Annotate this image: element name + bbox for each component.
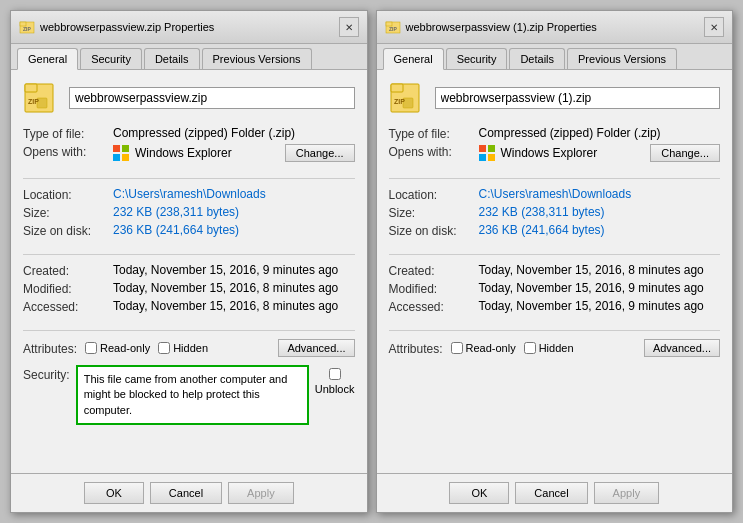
dialog-2: ZIP webbrowserpassview (1).zip Propertie… <box>376 10 734 513</box>
location-value-1: C:\Users\ramesh\Downloads <box>113 187 355 202</box>
tabs-1: General Security Details Previous Versio… <box>11 44 367 70</box>
modified-value-1: Today, November 15, 2016, 8 minutes ago <box>113 281 355 296</box>
info-grid-2c: Created: Today, November 15, 2016, 8 min… <box>389 263 721 314</box>
svg-rect-9 <box>113 154 120 161</box>
close-button-1[interactable]: ✕ <box>339 17 359 37</box>
windows-explorer-icon-2 <box>479 145 495 161</box>
tab-general-2[interactable]: General <box>383 48 444 70</box>
created-label-1: Created: <box>23 263 113 278</box>
size-label-2: Size: <box>389 205 479 220</box>
file-type-label-2: Type of file: <box>389 126 479 141</box>
size-on-disk-label-1: Size on disk: <box>23 223 113 238</box>
close-button-2[interactable]: ✕ <box>704 17 724 37</box>
hidden-checkbox-1[interactable] <box>158 342 170 354</box>
svg-rect-20 <box>479 154 486 161</box>
size-on-disk-value-2: 236 KB (241,664 bytes) <box>479 223 721 238</box>
hidden-checkbox-2[interactable] <box>524 342 536 354</box>
apply-button-2[interactable]: Apply <box>594 482 660 504</box>
modified-value-2: Today, November 15, 2016, 9 minutes ago <box>479 281 721 296</box>
security-label-1: Security: <box>23 365 70 382</box>
filename-input-2[interactable] <box>435 87 721 109</box>
ok-button-2[interactable]: OK <box>449 482 509 504</box>
title-text-2: webbrowserpassview (1).zip Properties <box>406 21 597 33</box>
attributes-label-2: Attributes: <box>389 341 443 356</box>
opens-with-label-1: Opens with: <box>23 144 113 162</box>
title-text-1: webbrowserpassview.zip Properties <box>40 21 214 33</box>
attributes-label-1: Attributes: <box>23 341 77 356</box>
cancel-button-2[interactable]: Cancel <box>515 482 587 504</box>
divider-2c <box>389 330 721 331</box>
unblock-checkbox-1[interactable] <box>329 368 341 380</box>
tab-security-2[interactable]: Security <box>446 48 508 69</box>
title-bar-2: ZIP webbrowserpassview (1).zip Propertie… <box>377 11 733 44</box>
svg-rect-10 <box>122 154 129 161</box>
spacer-2 <box>389 363 721 463</box>
location-value-2: C:\Users\ramesh\Downloads <box>479 187 721 202</box>
hidden-check-2[interactable]: Hidden <box>524 342 574 354</box>
cancel-button-1[interactable]: Cancel <box>150 482 222 504</box>
hidden-label-2: Hidden <box>539 342 574 354</box>
opens-with-value-2: Windows Explorer <box>501 146 598 160</box>
readonly-checkbox-2[interactable] <box>451 342 463 354</box>
location-label-2: Location: <box>389 187 479 202</box>
readonly-check-2[interactable]: Read-only <box>451 342 516 354</box>
hidden-check-1[interactable]: Hidden <box>158 342 208 354</box>
tab-details-2[interactable]: Details <box>509 48 565 69</box>
change-button-2[interactable]: Change... <box>650 144 720 162</box>
tab-previous-versions-2[interactable]: Previous Versions <box>567 48 677 69</box>
hidden-label-1: Hidden <box>173 342 208 354</box>
readonly-label-2: Read-only <box>466 342 516 354</box>
divider-1b <box>23 254 355 255</box>
security-box-1: This file came from another computer and… <box>76 365 309 425</box>
apply-button-1[interactable]: Apply <box>228 482 294 504</box>
advanced-button-2[interactable]: Advanced... <box>644 339 720 357</box>
accessed-label-1: Accessed: <box>23 299 113 314</box>
security-row-1: Security: This file came from another co… <box>23 365 355 425</box>
attrs-row-1: Attributes: Read-only Hidden Advanced... <box>23 339 355 357</box>
divider-2b <box>389 254 721 255</box>
modified-label-1: Modified: <box>23 281 113 296</box>
tab-general-1[interactable]: General <box>17 48 78 70</box>
svg-rect-21 <box>488 154 495 161</box>
svg-text:ZIP: ZIP <box>389 26 397 32</box>
readonly-check-1[interactable]: Read-only <box>85 342 150 354</box>
location-label-1: Location: <box>23 187 113 202</box>
change-button-1[interactable]: Change... <box>285 144 355 162</box>
divider-1c <box>23 330 355 331</box>
content-1: ZIP Type of file: Compressed (zipped) Fo… <box>11 70 367 473</box>
title-bar-1: ZIP webbrowserpassview.zip Properties ✕ <box>11 11 367 44</box>
tab-details-1[interactable]: Details <box>144 48 200 69</box>
content-2: ZIP Type of file: Compressed (zipped) Fo… <box>377 70 733 473</box>
created-value-2: Today, November 15, 2016, 8 minutes ago <box>479 263 721 278</box>
opens-with-label-2: Opens with: <box>389 144 479 162</box>
size-value-2: 232 KB (238,311 bytes) <box>479 205 721 220</box>
dialog-1: ZIP webbrowserpassview.zip Properties ✕ … <box>10 10 368 513</box>
svg-text:ZIP: ZIP <box>23 26 31 32</box>
filename-input-1[interactable] <box>69 87 355 109</box>
svg-rect-15 <box>391 84 403 92</box>
tab-previous-versions-1[interactable]: Previous Versions <box>202 48 312 69</box>
title-bar-left-2: ZIP webbrowserpassview (1).zip Propertie… <box>385 19 597 35</box>
created-label-2: Created: <box>389 263 479 278</box>
readonly-checkbox-1[interactable] <box>85 342 97 354</box>
tab-security-1[interactable]: Security <box>80 48 142 69</box>
advanced-button-1[interactable]: Advanced... <box>278 339 354 357</box>
divider-1a <box>23 178 355 179</box>
accessed-value-2: Today, November 15, 2016, 9 minutes ago <box>479 299 721 314</box>
svg-rect-19 <box>488 145 495 152</box>
size-on-disk-label-2: Size on disk: <box>389 223 479 238</box>
info-grid-3: Created: Today, November 15, 2016, 9 min… <box>23 263 355 314</box>
svg-rect-18 <box>479 145 486 152</box>
file-icon-2: ZIP <box>389 80 425 116</box>
created-value-1: Today, November 15, 2016, 9 minutes ago <box>113 263 355 278</box>
opens-with-value-1: Windows Explorer <box>135 146 232 160</box>
info-grid-2a: Type of file: Compressed (zipped) Folder… <box>389 126 721 162</box>
size-on-disk-value-1: 236 KB (241,664 bytes) <box>113 223 355 238</box>
unblock-container-1: Unblock <box>315 368 355 395</box>
title-bar-left-1: ZIP webbrowserpassview.zip Properties <box>19 19 214 35</box>
divider-2a <box>389 178 721 179</box>
opens-with-row-2: Windows Explorer Change... <box>479 144 721 162</box>
ok-button-1[interactable]: OK <box>84 482 144 504</box>
windows-explorer-icon-1 <box>113 145 129 161</box>
file-icon-1: ZIP <box>23 80 59 116</box>
